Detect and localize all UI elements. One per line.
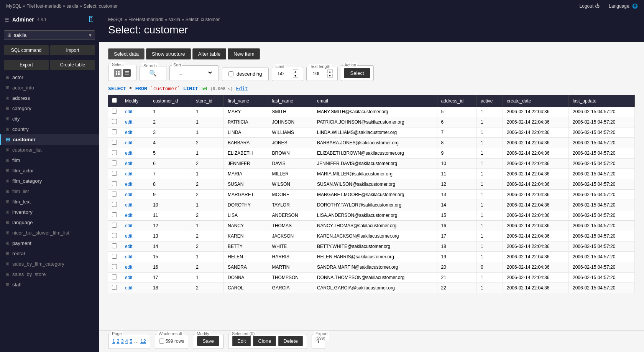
edit-link[interactable]: edit xyxy=(125,140,132,145)
sidebar-item-customer[interactable]: ⊞ customer xyxy=(0,134,99,145)
page-4-link[interactable]: 4 xyxy=(125,338,128,344)
limit-up-button[interactable]: ▲ xyxy=(293,69,298,73)
export-button[interactable]: Export xyxy=(4,60,49,70)
page-5-link[interactable]: 5 xyxy=(130,338,132,344)
page-12-link[interactable]: 12 xyxy=(140,338,146,344)
edit-selected-button[interactable]: Edit xyxy=(232,336,251,346)
row-checkbox[interactable] xyxy=(112,202,117,207)
edit-link[interactable]: edit xyxy=(125,192,132,197)
action-btn-new-item[interactable]: New item xyxy=(228,48,260,59)
sidebar-item-film_list[interactable]: ⊞ film_list xyxy=(0,186,99,197)
whole-result-checkbox[interactable] xyxy=(159,339,164,344)
edit-link[interactable]: edit xyxy=(125,150,132,156)
th-last-update[interactable]: last_update xyxy=(568,95,634,107)
action-btn-select-data[interactable]: Select data xyxy=(108,48,145,59)
edit-link[interactable]: edit xyxy=(125,119,132,125)
page-1-link[interactable]: 1 xyxy=(112,338,115,344)
edit-link[interactable]: edit xyxy=(125,130,132,135)
edit-link[interactable]: edit xyxy=(125,244,132,249)
row-checkbox[interactable] xyxy=(112,243,117,248)
edit-link[interactable]: edit xyxy=(125,202,132,208)
sort-select[interactable]: ... customer_id store_id first_name last… xyxy=(175,69,213,77)
sidebar-item-film_category[interactable]: ⊞ film_category xyxy=(0,176,99,186)
edit-link[interactable]: edit xyxy=(125,254,132,259)
row-checkbox[interactable] xyxy=(112,212,117,217)
sql-edit-link[interactable]: Edit xyxy=(236,86,248,91)
row-checkbox[interactable] xyxy=(112,140,117,145)
th-first-name[interactable]: first_name xyxy=(224,95,268,107)
limit-down-button[interactable]: ▼ xyxy=(293,74,298,78)
sidebar-item-inventory[interactable]: ⊞ inventory xyxy=(0,207,99,217)
page-2-link[interactable]: 2 xyxy=(117,338,119,344)
sidebar-item-staff[interactable]: ⊞ staff xyxy=(0,279,99,290)
db-selector[interactable]: ⊞ sakila ▾ xyxy=(4,30,95,40)
edit-link[interactable]: edit xyxy=(125,285,132,291)
sidebar-item-sales_by_film_category[interactable]: ⊞ sales_by_film_category xyxy=(0,259,99,269)
text-length-up-button[interactable]: ▲ xyxy=(327,69,333,73)
row-checkbox[interactable] xyxy=(112,223,117,228)
th-create-date[interactable]: create_date xyxy=(503,95,569,107)
row-checkbox[interactable] xyxy=(112,254,117,259)
edit-link[interactable]: edit xyxy=(125,275,132,280)
sidebar-item-address[interactable]: ⊞ address xyxy=(0,93,99,103)
row-checkbox[interactable] xyxy=(112,274,117,279)
edit-link[interactable]: edit xyxy=(125,233,132,239)
descending-checkbox[interactable] xyxy=(228,71,233,76)
th-address-id[interactable]: address_id xyxy=(437,95,477,107)
sidebar-item-film[interactable]: ⊞ film xyxy=(0,155,99,165)
text-length-input[interactable] xyxy=(311,70,327,77)
row-checkbox[interactable] xyxy=(112,181,117,186)
sidebar-item-sales_by_store[interactable]: ⊞ sales_by_store xyxy=(0,269,99,279)
row-checkbox[interactable] xyxy=(112,264,117,269)
sql-command-button[interactable]: SQL command xyxy=(4,45,49,55)
select-all-checkbox[interactable] xyxy=(112,98,117,103)
sidebar-item-country[interactable]: ⊞ country xyxy=(0,124,99,134)
edit-link[interactable]: edit xyxy=(125,109,132,114)
row-checkbox[interactable] xyxy=(112,171,117,176)
row-checkbox[interactable] xyxy=(112,233,117,238)
th-customer-id[interactable]: customer_id xyxy=(149,95,192,107)
language-link[interactable]: Language: 🌐 xyxy=(609,3,638,9)
sidebar-item-nicer_but_slower_film_list[interactable]: ⊞ nicer_but_slower_film_list xyxy=(0,228,99,238)
edit-link[interactable]: edit xyxy=(125,213,132,218)
edit-link[interactable]: edit xyxy=(125,182,132,187)
action-btn-show-structure[interactable]: Show structure xyxy=(146,48,191,59)
page-3-link[interactable]: 3 xyxy=(121,338,123,344)
clone-button[interactable]: Clone xyxy=(253,336,276,346)
create-table-button[interactable]: Create table xyxy=(50,60,95,70)
delete-button[interactable]: Delete xyxy=(278,336,303,346)
text-length-down-button[interactable]: ▼ xyxy=(327,74,333,78)
th-email[interactable]: email xyxy=(313,95,437,107)
grid-view-icon[interactable] xyxy=(114,69,122,77)
row-checkbox[interactable] xyxy=(112,160,117,165)
select-action-button[interactable]: Select xyxy=(344,68,370,78)
import-button[interactable]: Import xyxy=(50,45,95,55)
action-btn-alter-table[interactable]: Alter table xyxy=(192,48,227,59)
sidebar-item-payment[interactable]: ⊞ payment xyxy=(0,238,99,248)
th-last-name[interactable]: last_name xyxy=(268,95,313,107)
list-view-icon[interactable] xyxy=(123,69,131,77)
sidebar-item-language[interactable]: ⊞ language xyxy=(0,217,99,228)
sidebar-item-film_text[interactable]: ⊞ film_text xyxy=(0,197,99,207)
save-button[interactable]: Save xyxy=(197,336,219,346)
sidebar-item-city[interactable]: ⊞ city xyxy=(0,114,99,124)
row-checkbox[interactable] xyxy=(112,129,117,134)
sidebar-item-actor[interactable]: ⊞ actor xyxy=(0,72,99,83)
edit-link[interactable]: edit xyxy=(125,223,132,228)
sidebar-item-actor_info[interactable]: ⊞ actor_info xyxy=(0,83,99,93)
sidebar-item-film_actor[interactable]: ⊞ film_actor xyxy=(0,165,99,176)
limit-input[interactable] xyxy=(277,70,292,77)
edit-link[interactable]: edit xyxy=(125,264,132,270)
sidebar-item-category[interactable]: ⊞ category xyxy=(0,103,99,114)
logout-link[interactable]: Logout ⏻ xyxy=(580,3,600,9)
descending-label[interactable]: descending xyxy=(237,71,262,77)
sidebar-item-customer_list[interactable]: ⊞ customer_list xyxy=(0,145,99,155)
edit-link[interactable]: edit xyxy=(125,171,132,177)
row-checkbox[interactable] xyxy=(112,150,117,155)
row-checkbox[interactable] xyxy=(112,109,117,114)
row-checkbox[interactable] xyxy=(112,119,117,124)
row-checkbox[interactable] xyxy=(112,285,117,290)
edit-link[interactable]: edit xyxy=(125,161,132,166)
sidebar-item-rental[interactable]: ⊞ rental xyxy=(0,248,99,259)
row-checkbox[interactable] xyxy=(112,192,117,197)
